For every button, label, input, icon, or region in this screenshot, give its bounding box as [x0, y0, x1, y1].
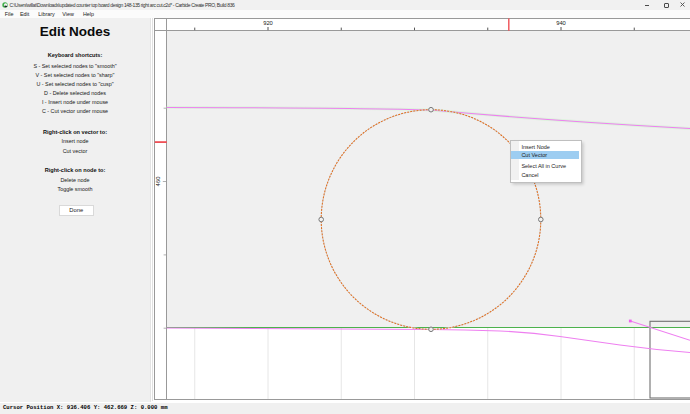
svg-text:920: 920 [263, 20, 273, 26]
svg-text:460: 460 [155, 176, 161, 187]
svg-text:940: 940 [556, 20, 566, 26]
